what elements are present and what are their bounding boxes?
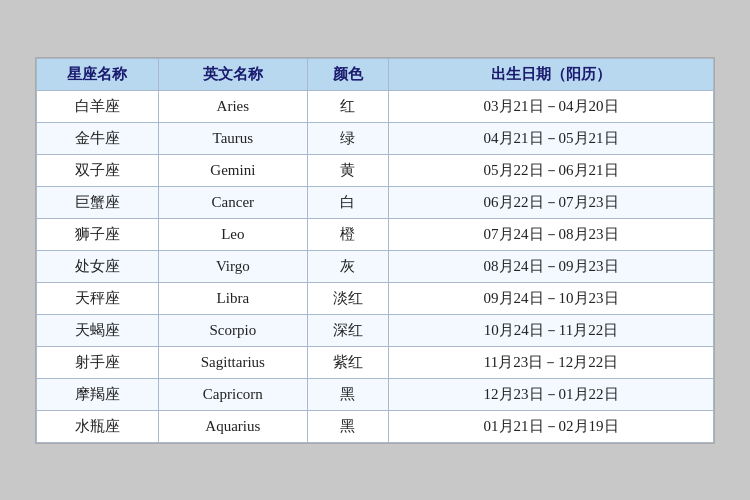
cell-date: 12月23日－01月22日 bbox=[389, 378, 714, 410]
table-row: 双子座Gemini黄05月22日－06月21日 bbox=[37, 154, 714, 186]
cell-date: 01月21日－02月19日 bbox=[389, 410, 714, 442]
cell-color: 黑 bbox=[307, 410, 388, 442]
table-row: 水瓶座Aquarius黑01月21日－02月19日 bbox=[37, 410, 714, 442]
cell-color: 白 bbox=[307, 186, 388, 218]
table-row: 巨蟹座Cancer白06月22日－07月23日 bbox=[37, 186, 714, 218]
table-row: 白羊座Aries红03月21日－04月20日 bbox=[37, 90, 714, 122]
cell-date: 09月24日－10月23日 bbox=[389, 282, 714, 314]
cell-zh: 天蝎座 bbox=[37, 314, 159, 346]
cell-zh: 双子座 bbox=[37, 154, 159, 186]
cell-zh: 处女座 bbox=[37, 250, 159, 282]
cell-en: Taurus bbox=[158, 122, 307, 154]
cell-color: 黑 bbox=[307, 378, 388, 410]
cell-zh: 射手座 bbox=[37, 346, 159, 378]
table-row: 金牛座Taurus绿04月21日－05月21日 bbox=[37, 122, 714, 154]
cell-color: 橙 bbox=[307, 218, 388, 250]
table-row: 狮子座Leo橙07月24日－08月23日 bbox=[37, 218, 714, 250]
cell-en: Gemini bbox=[158, 154, 307, 186]
cell-en: Libra bbox=[158, 282, 307, 314]
table-row: 处女座Virgo灰08月24日－09月23日 bbox=[37, 250, 714, 282]
cell-zh: 狮子座 bbox=[37, 218, 159, 250]
cell-en: Scorpio bbox=[158, 314, 307, 346]
cell-zh: 白羊座 bbox=[37, 90, 159, 122]
cell-zh: 摩羯座 bbox=[37, 378, 159, 410]
cell-zh: 天秤座 bbox=[37, 282, 159, 314]
zodiac-table-container: 星座名称 英文名称 颜色 出生日期（阳历） 白羊座Aries红03月21日－04… bbox=[35, 57, 715, 444]
cell-en: Cancer bbox=[158, 186, 307, 218]
cell-zh: 水瓶座 bbox=[37, 410, 159, 442]
cell-date: 11月23日－12月22日 bbox=[389, 346, 714, 378]
header-zh: 星座名称 bbox=[37, 58, 159, 90]
cell-date: 05月22日－06月21日 bbox=[389, 154, 714, 186]
table-row: 摩羯座Capricorn黑12月23日－01月22日 bbox=[37, 378, 714, 410]
cell-zh: 金牛座 bbox=[37, 122, 159, 154]
cell-date: 03月21日－04月20日 bbox=[389, 90, 714, 122]
cell-en: Virgo bbox=[158, 250, 307, 282]
header-en: 英文名称 bbox=[158, 58, 307, 90]
cell-date: 07月24日－08月23日 bbox=[389, 218, 714, 250]
cell-en: Leo bbox=[158, 218, 307, 250]
table-header-row: 星座名称 英文名称 颜色 出生日期（阳历） bbox=[37, 58, 714, 90]
table-row: 天秤座Libra淡红09月24日－10月23日 bbox=[37, 282, 714, 314]
cell-date: 06月22日－07月23日 bbox=[389, 186, 714, 218]
header-date: 出生日期（阳历） bbox=[389, 58, 714, 90]
cell-en: Aries bbox=[158, 90, 307, 122]
cell-date: 04月21日－05月21日 bbox=[389, 122, 714, 154]
cell-color: 淡红 bbox=[307, 282, 388, 314]
cell-color: 灰 bbox=[307, 250, 388, 282]
table-row: 天蝎座Scorpio深红10月24日－11月22日 bbox=[37, 314, 714, 346]
cell-en: Sagittarius bbox=[158, 346, 307, 378]
cell-color: 紫红 bbox=[307, 346, 388, 378]
cell-en: Capricorn bbox=[158, 378, 307, 410]
cell-color: 红 bbox=[307, 90, 388, 122]
cell-zh: 巨蟹座 bbox=[37, 186, 159, 218]
header-color: 颜色 bbox=[307, 58, 388, 90]
cell-en: Aquarius bbox=[158, 410, 307, 442]
cell-date: 08月24日－09月23日 bbox=[389, 250, 714, 282]
zodiac-table: 星座名称 英文名称 颜色 出生日期（阳历） 白羊座Aries红03月21日－04… bbox=[36, 58, 714, 443]
cell-date: 10月24日－11月22日 bbox=[389, 314, 714, 346]
table-row: 射手座Sagittarius紫红11月23日－12月22日 bbox=[37, 346, 714, 378]
cell-color: 黄 bbox=[307, 154, 388, 186]
cell-color: 深红 bbox=[307, 314, 388, 346]
cell-color: 绿 bbox=[307, 122, 388, 154]
